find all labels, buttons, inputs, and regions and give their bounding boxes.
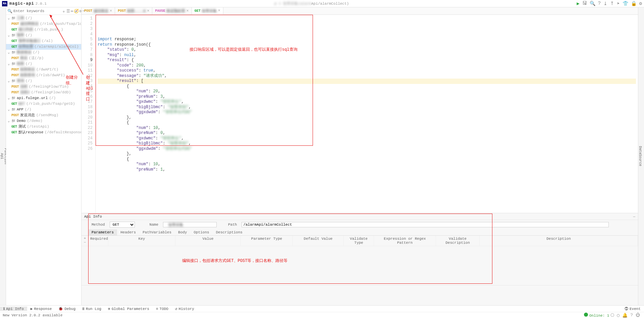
skin-icon[interactable]: 👕 (623, 1, 628, 6)
send-icon[interactable]: ➤ (617, 1, 620, 6)
tree-api-item[interactable]: GET接口列表(/rlsb_push,) (6, 27, 81, 33)
chevron-down-icon[interactable]: ⌄ (7, 79, 10, 84)
footer-tab[interactable]: ≡TODO (153, 307, 172, 311)
lock-icon[interactable]: 🔒 (631, 1, 637, 6)
code-editor[interactable]: 1234567891011121314151617181920212223242… (82, 15, 638, 213)
tree-folder[interactable]: ⌄权限(/) (6, 61, 81, 67)
add-file-icon[interactable]: ＋ (62, 9, 66, 13)
chevron-down-icon[interactable]: ⌄ (7, 61, 10, 66)
folder-name: 预警 (17, 33, 24, 38)
minimize-icon[interactable]: — (633, 215, 635, 219)
tree-api-item[interactable]: GET告警处置(/alarmApi/alarmCol) (6, 44, 81, 50)
settings-icon[interactable]: ⚙ (639, 1, 642, 6)
folder-icon (11, 33, 15, 38)
apiinfo-tab[interactable]: Headers (117, 229, 139, 235)
locate-icon[interactable]: 🧭 (74, 9, 78, 13)
col-key: Key (108, 236, 175, 246)
apiinfo-tab[interactable]: Options (190, 229, 212, 235)
api-path: (/defaultResponse) (45, 130, 81, 135)
code[interactable]: 接口响应区域，可以是固定值返回，也可以直接执行sql查询 import resp… (96, 15, 638, 213)
tree-api-item[interactable]: GET预警采集接口(/al) (6, 38, 81, 44)
tree-folder[interactable]: ⌄APP(/) (6, 107, 81, 112)
footer-tab-label: Response (34, 307, 52, 311)
tree-folder[interactable]: ⌄api.fulege.url(/) (6, 95, 81, 101)
tree-folder[interactable]: ⌄预警(/) (6, 33, 81, 38)
notify-icon[interactable] (622, 313, 628, 318)
footer-tab[interactable]: ≣Run Log (79, 307, 105, 311)
tree-folder[interactable]: ⌄数据推送(/) (6, 50, 81, 55)
help2-icon[interactable]: ? (630, 313, 633, 318)
tree-api-item[interactable]: POST诚信网推送(/rlsb_push/fsap/login) (6, 21, 81, 27)
folder-path: (/) (25, 16, 32, 21)
editor-tab[interactable]: PAUSE推送预处理× (152, 7, 192, 14)
run-icon[interactable]: ▶ (577, 1, 579, 6)
pos-icon[interactable]: ⊙ (79, 9, 82, 13)
param-grid-header: + − Required Key Value Parameter Type De… (82, 236, 638, 246)
api-info-body: 编辑接口，包括请求方式GET、POST等，接口名称、路径等 (82, 246, 638, 285)
folder-icon (11, 96, 15, 101)
tree-api-item[interactable]: POST权限推送(/dwAPI/t) (6, 67, 81, 73)
tree-folder[interactable]: ⌄工商(/) (6, 15, 81, 21)
footer-tab[interactable]: ↺History (172, 307, 198, 311)
close-icon[interactable]: × (218, 8, 220, 13)
col-description: Description (480, 236, 638, 246)
footer-tab[interactable]: ℹApi Info (0, 307, 27, 311)
app-name: magic-api (9, 1, 34, 6)
footer-tab[interactable]: ⓵Event (621, 307, 644, 311)
close-icon[interactable]: × (186, 9, 189, 13)
gitee-icon[interactable]: ◯ (617, 313, 620, 318)
apiinfo-tab[interactable]: Descriptions (213, 229, 246, 235)
cloud-down-icon[interactable]: ⤓ (603, 1, 607, 6)
tree-api-item[interactable]: POST流程(/feelingFlow/fin) (6, 84, 81, 90)
path-input[interactable] (241, 222, 609, 227)
tree-search-input[interactable] (13, 9, 61, 13)
tree-api-item[interactable]: POST权限查询(/rlsb/dwAPI) (6, 73, 81, 78)
tree-api-item[interactable]: POST推送(送(/p) (6, 55, 81, 61)
chevron-down-icon[interactable]: ⌄ (7, 16, 10, 21)
chevron-down-icon[interactable]: ⌄ (7, 50, 10, 55)
power-icon[interactable]: ⏻ (636, 313, 640, 318)
tree-api-item[interactable]: GETGET(/rlsb_push/fsap/getD) (6, 101, 81, 107)
editor-tab[interactable]: POST权限....K× (115, 7, 152, 14)
tree-api-item[interactable]: GET默认response(/defaultResponse) (6, 130, 81, 135)
editor-tab[interactable]: POST诚信推送× (82, 7, 115, 14)
tree[interactable]: ⌄工商(/)POST诚信网推送(/rlsb_push/fsap/login)GE… (6, 15, 81, 305)
github-icon[interactable]: ⎔ (610, 313, 614, 318)
help-icon[interactable]: ? (598, 1, 601, 6)
folder-name: APP (17, 107, 23, 112)
editor-tab[interactable]: GET告警采集× (192, 7, 223, 14)
tree-api-item[interactable]: GET测试(/testApi) (6, 124, 81, 130)
name-input[interactable] (163, 222, 217, 227)
chevron-down-icon[interactable]: ⌄ (7, 33, 10, 38)
remove-param-icon[interactable]: − (84, 240, 86, 244)
name-label: Name (150, 223, 158, 227)
footer-tab[interactable]: ▶Response (27, 307, 55, 311)
chevron-down-icon[interactable]: ⌄ (7, 107, 10, 112)
expand-icon[interactable]: ≔ (71, 9, 73, 13)
tree-api-item[interactable]: POST发送消息(/sendMsg) (6, 112, 81, 118)
search-icon[interactable]: 🔍 (590, 1, 595, 6)
rail-api[interactable]: Api (0, 151, 4, 161)
api-name: GET (18, 101, 25, 106)
footer-tab[interactable]: 🐞Debug (55, 307, 79, 311)
tree-folder[interactable]: ⌄查询(/) (6, 78, 81, 84)
save-icon[interactable]: 🖫 (582, 1, 587, 6)
apiinfo-tab[interactable]: Body (175, 229, 190, 235)
tree-folder[interactable]: ⌄Demo(/demo) (6, 118, 81, 124)
method-select[interactable]: GET (110, 222, 135, 228)
collapse-icon[interactable]: − (82, 9, 85, 13)
close-icon[interactable]: × (147, 9, 149, 13)
cloud-up-icon[interactable]: ⤒ (610, 1, 614, 6)
rail-datasource[interactable]: DataSource (638, 144, 642, 168)
footer-tab[interactable]: ⊕Global Parameters (105, 307, 153, 311)
add-folder-icon[interactable]: ☰ (66, 9, 70, 13)
chevron-down-icon[interactable]: ⌄ (7, 119, 10, 124)
footer-tab-icon: ≡ (156, 307, 158, 311)
apiinfo-tab[interactable]: Parameters (88, 229, 117, 235)
apiinfo-tab[interactable]: PathVariables (139, 229, 175, 235)
close-icon[interactable]: × (110, 9, 112, 13)
tree-api-item[interactable]: POST流程2(/feelingFlow/ddD) (6, 90, 81, 95)
add-param-icon[interactable]: + (84, 236, 86, 240)
chevron-down-icon[interactable]: ⌄ (7, 96, 10, 101)
col-default: Default Value (293, 236, 344, 246)
